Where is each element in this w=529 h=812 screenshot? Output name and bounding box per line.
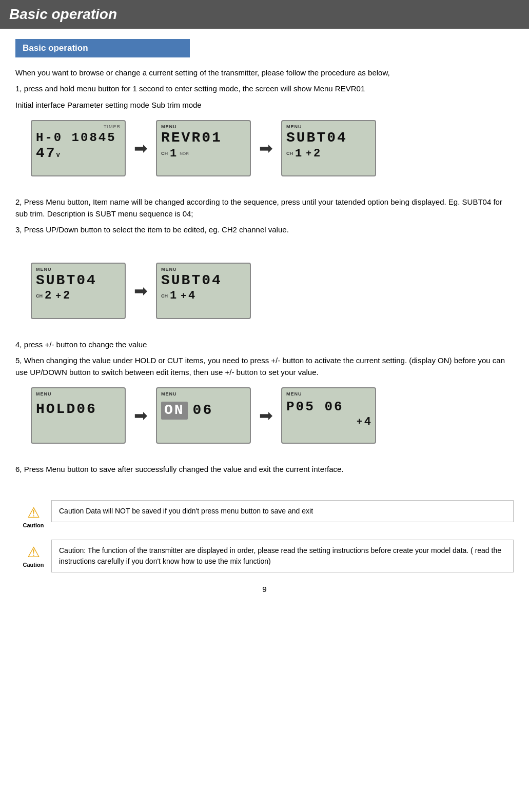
screen-subt04-2b: MENU SUBT04 CH 1 + 4 bbox=[156, 263, 251, 319]
screen1-main: H-0 10845 bbox=[36, 131, 121, 145]
ch-val-2: 1 bbox=[170, 147, 177, 160]
step6-text: 6, Press Menu button to save after succe… bbox=[15, 463, 514, 475]
ch-val-3: 1 bbox=[295, 147, 302, 160]
page-number-value: 9 bbox=[262, 585, 266, 593]
screen-row-3: MENU HOLD06 ➡ MENU ON 06 ➡ MENU P05 06 +… bbox=[31, 387, 514, 444]
screen1-sub: 47 bbox=[36, 146, 56, 162]
menu-label-2: MENU bbox=[161, 124, 246, 129]
screen3-bottom: CH 1 + 2 bbox=[286, 147, 371, 160]
val2-3: 2 bbox=[314, 147, 320, 160]
screen4-bottom: CH 2 + 2 bbox=[36, 289, 121, 302]
step3-text: 3, Press UP/Down button to select the it… bbox=[15, 224, 514, 235]
screen2-bottom: CH 1 NOR bbox=[161, 147, 246, 160]
nor-label-2: NOR bbox=[180, 151, 189, 156]
screen-pos06: MENU P05 06 + 4 bbox=[281, 387, 376, 444]
val2-4: 2 bbox=[63, 289, 70, 302]
menu-label-7: MENU bbox=[161, 391, 246, 397]
menu-label-6: MENU bbox=[36, 391, 121, 397]
arrow-4: ➡ bbox=[134, 406, 148, 425]
caution-section-2: ⚠ Caution Caution: The function of the t… bbox=[15, 540, 514, 572]
screen6-main: HOLD06 bbox=[36, 402, 121, 418]
menu-label-4: MENU bbox=[36, 267, 121, 272]
ch-label-4: CH bbox=[36, 293, 43, 299]
step2-text: 2, Press Menu button, Item name will be … bbox=[15, 196, 514, 220]
page-header-title: Basic operation bbox=[9, 6, 117, 23]
menu-label-8: MENU bbox=[286, 391, 371, 397]
plus-5: + bbox=[181, 291, 186, 301]
caution-label-1: Caution bbox=[23, 522, 44, 528]
menu-label-3: MENU bbox=[286, 124, 371, 129]
section-title-bar: Basic operation bbox=[15, 39, 190, 57]
arrow-5: ➡ bbox=[259, 406, 273, 425]
step5-text: 5, When changing the value under HOLD or… bbox=[15, 354, 514, 379]
screen-subt04-2a: MENU SUBT04 CH 2 + 2 bbox=[31, 263, 126, 319]
screen-row-2: MENU SUBT04 CH 2 + 2 ➡ MENU SUBT04 CH 1 … bbox=[31, 263, 514, 319]
plus-8: + bbox=[357, 417, 362, 427]
arrow-2: ➡ bbox=[259, 138, 273, 158]
caution-label-2: Caution bbox=[23, 562, 44, 568]
arrow-3: ➡ bbox=[134, 281, 148, 301]
step6-para: 6, Press Menu button to save after succe… bbox=[15, 463, 514, 475]
screen4-main: SUBT04 bbox=[36, 273, 121, 289]
caution-text-content-1: Caution Data will NOT be saved if you di… bbox=[59, 507, 313, 515]
screen5-bottom: CH 1 + 4 bbox=[161, 289, 246, 302]
caution-text-1: Caution Data will NOT be saved if you di… bbox=[51, 500, 514, 522]
section-title: Basic operation bbox=[23, 43, 88, 53]
plus-3: + bbox=[306, 148, 311, 159]
menu-label-5: MENU bbox=[161, 267, 246, 272]
screen-revr01: MENU REVR01 CH 1 NOR bbox=[156, 120, 251, 176]
screen1-volts: V bbox=[56, 152, 60, 158]
intro-line1: When you want to browse or change a curr… bbox=[15, 67, 514, 78]
timer-label: TIMER bbox=[36, 124, 121, 129]
plus-4: + bbox=[55, 291, 61, 301]
screen3-main: SUBT04 bbox=[286, 130, 371, 146]
intro-paragraph: When you want to browse or change a curr… bbox=[15, 67, 514, 111]
caution-section-1: ⚠ Caution Caution Data will NOT be saved… bbox=[15, 500, 514, 532]
ch-val-4: 2 bbox=[45, 289, 51, 302]
screen8-main: P05 06 bbox=[286, 400, 371, 414]
page-header: Basic operation bbox=[0, 0, 529, 29]
step4-text: 4, press +/- button to change the value bbox=[15, 339, 514, 350]
caution-icon-box-1: ⚠ Caution bbox=[15, 500, 51, 532]
screen-on06: MENU ON 06 bbox=[156, 387, 251, 444]
screen-subt04-1: MENU SUBT04 CH 1 + 2 bbox=[281, 120, 376, 176]
screen-hold06: MENU HOLD06 bbox=[31, 387, 126, 444]
ch-val-5: 1 bbox=[170, 289, 177, 302]
step45-para: 4, press +/- button to change the value … bbox=[15, 339, 514, 379]
caution-icon-2: ⚠ bbox=[27, 544, 40, 561]
caution-icon-1: ⚠ bbox=[27, 504, 40, 521]
content-area: Basic operation When you want to browse … bbox=[0, 29, 529, 609]
step2-para: 2, Press Menu button, Item name will be … bbox=[15, 196, 514, 236]
val2-5: 4 bbox=[188, 289, 195, 302]
ch-label-5: CH bbox=[161, 293, 168, 299]
caution-text-2: Caution: The function of the transmitter… bbox=[51, 540, 514, 572]
arrow-1: ➡ bbox=[134, 138, 148, 158]
caution-icon-box-2: ⚠ Caution bbox=[15, 540, 51, 572]
screen-row-1: TIMER H-0 10845 47 V ➡ MENU REVR01 CH 1 … bbox=[31, 120, 514, 176]
screen7-06: 06 bbox=[193, 403, 213, 419]
ch-label-2: CH bbox=[161, 151, 168, 156]
intro-line2: 1, press and hold menu button for 1 seco… bbox=[15, 83, 514, 94]
screen2-main: REVR01 bbox=[161, 130, 246, 146]
intro-line3: Initial interface Parameter setting mode… bbox=[15, 99, 514, 111]
ch-label-3: CH bbox=[286, 151, 293, 156]
screen5-main: SUBT04 bbox=[161, 273, 246, 289]
caution-text-content-2: Caution: The function of the transmitter… bbox=[59, 546, 501, 565]
page-number: 9 bbox=[15, 585, 514, 593]
val2-8: 4 bbox=[364, 415, 371, 428]
screen-initial: TIMER H-0 10845 47 V bbox=[31, 120, 126, 176]
screen7-on: ON bbox=[164, 402, 185, 418]
